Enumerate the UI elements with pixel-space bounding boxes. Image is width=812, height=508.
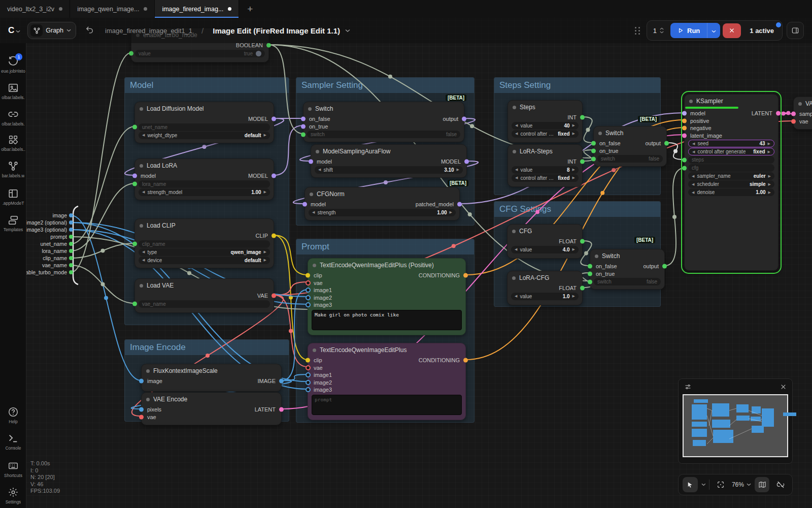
widget-device[interactable]: ◀devicedefault▶ <box>139 257 270 264</box>
collapse-dot[interactable] <box>310 193 313 196</box>
increment-arrow[interactable]: ▶ <box>450 210 452 214</box>
node-model-sampling-auraflow[interactable]: ModelSamplingAuraFlowmodelMODEL◀shift3.1… <box>311 144 467 178</box>
collapse-dot[interactable] <box>313 264 316 267</box>
input-port[interactable] <box>588 264 592 269</box>
input-port[interactable] <box>682 133 687 138</box>
output-port[interactable] <box>580 239 585 244</box>
widget-denoise[interactable]: ◀denoise1.00▶ <box>688 188 774 196</box>
run-options-button[interactable] <box>707 23 720 38</box>
tab-status-dot[interactable] <box>59 7 62 11</box>
undo-button[interactable] <box>85 25 94 36</box>
active-jobs-button[interactable]: 1 active <box>743 27 780 35</box>
widget-shift[interactable]: ◀shift3.10▶ <box>315 166 463 174</box>
input-port[interactable] <box>129 51 133 56</box>
widget-value[interactable]: ◀value1.0▶ <box>511 293 579 300</box>
workflow-title[interactable]: Image Edit (FireRed Image Edit 1.1) <box>213 26 340 35</box>
input-port[interactable] <box>682 118 687 123</box>
widget-control-after-g[interactable]: ◀control after g ...fixed▶ <box>512 130 579 138</box>
widget-value[interactable]: ◀value4.0▶ <box>511 246 579 253</box>
input-port[interactable] <box>301 117 306 121</box>
tab-status-dot[interactable] <box>228 7 231 11</box>
widget-value[interactable]: ◀value40▶ <box>512 122 579 130</box>
collapse-dot[interactable] <box>313 348 316 352</box>
sidebar-item-shortcuts[interactable]: Shortcuts <box>0 460 26 478</box>
decrement-arrow[interactable]: ◀ <box>515 168 518 172</box>
input-port[interactable] <box>306 288 311 293</box>
output-port[interactable] <box>580 286 585 291</box>
node-header[interactable]: Switch <box>594 126 666 140</box>
output-port[interactable] <box>463 358 468 363</box>
input-port[interactable] <box>301 124 306 129</box>
sidebar-item-appmodet[interactable]: .appModeT <box>0 188 26 206</box>
input-port[interactable] <box>306 387 311 392</box>
node-header[interactable]: CFG <box>507 225 582 238</box>
node-header[interactable]: CFGNorm <box>305 187 459 201</box>
input-port[interactable] <box>302 202 307 207</box>
node-switch-steps[interactable]: Switchon_falseoutputon_trueswitchfalse <box>593 126 667 167</box>
output-port[interactable] <box>662 264 667 269</box>
input-port[interactable] <box>682 166 687 170</box>
decrement-arrow[interactable]: ◀ <box>515 294 517 298</box>
tab-image-qwen-image[interactable]: image_qwen_image... <box>70 0 155 18</box>
increment-arrow[interactable]: ▶ <box>264 190 266 194</box>
port-dot[interactable] <box>69 263 73 267</box>
port-dot[interactable] <box>69 235 73 239</box>
collapse-dot[interactable] <box>512 276 516 280</box>
input-port[interactable] <box>139 407 144 412</box>
decrement-arrow[interactable]: ◀ <box>692 150 695 154</box>
increment-arrow[interactable]: ▶ <box>572 176 575 180</box>
toggle-knob[interactable] <box>256 51 261 56</box>
collapse-dot[interactable] <box>146 369 150 373</box>
input-port[interactable] <box>132 302 137 306</box>
input-port[interactable] <box>306 295 311 300</box>
node-header[interactable]: LoRA-CFG <box>507 271 582 284</box>
collapse-dot[interactable] <box>140 164 143 168</box>
widget-type[interactable]: ◀typeqwen_image▶ <box>139 248 270 256</box>
increment-arrow[interactable]: ▶ <box>768 142 770 146</box>
output-port[interactable] <box>580 115 585 120</box>
tool-options-chevron[interactable] <box>701 483 706 486</box>
stepper-down-icon[interactable] <box>660 31 664 34</box>
widget-value[interactable]: ◀value8▶ <box>512 166 579 174</box>
decrement-arrow[interactable]: ◀ <box>515 176 518 180</box>
minimap-settings-icon[interactable] <box>684 383 692 391</box>
widget-strength[interactable]: ◀strength1.00▶ <box>309 209 456 216</box>
output-port[interactable] <box>463 273 468 278</box>
node-vae-decode[interactable]: VAE Decodesamplesvae <box>793 97 812 130</box>
output-port[interactable] <box>266 43 271 48</box>
node-header[interactable]: FluxKontextImageScale <box>142 364 281 377</box>
increment-arrow[interactable]: ▶ <box>264 250 266 254</box>
input-port[interactable] <box>132 242 137 246</box>
input-port[interactable] <box>682 157 687 162</box>
sidebar-item-bar-labels-w[interactable]: bar.labels.w <box>0 161 26 178</box>
node-flux-kontext-image-scale[interactable]: FluxKontextImageScaleimageIMAGE <box>141 364 282 392</box>
stop-button[interactable] <box>723 23 741 38</box>
port-dot[interactable] <box>69 270 73 274</box>
port-dot[interactable] <box>69 213 73 217</box>
run-button[interactable]: Run <box>670 23 720 38</box>
output-port[interactable] <box>464 160 469 164</box>
input-port[interactable] <box>139 415 144 419</box>
widget-control-after-g[interactable]: ◀control after g ...fixed▶ <box>512 174 579 182</box>
output-port[interactable] <box>272 117 276 121</box>
node-cfg[interactable]: CFGFLOAT◀value4.0▶ <box>507 224 583 259</box>
decrement-arrow[interactable]: ◀ <box>142 133 145 137</box>
collapse-dot[interactable] <box>140 284 143 288</box>
increment-arrow[interactable]: ▶ <box>572 294 575 298</box>
decrement-arrow[interactable]: ◀ <box>142 190 145 194</box>
port-dot[interactable] <box>69 220 73 225</box>
breadcrumb-parent[interactable]: image_firered_image_edit1_1 <box>105 27 192 35</box>
node-header[interactable]: KSampler <box>685 94 778 108</box>
node-header[interactable]: Steps <box>508 101 582 114</box>
collapse-dot[interactable] <box>512 230 516 233</box>
fit-view-button[interactable] <box>713 477 728 492</box>
input-port[interactable] <box>139 379 144 384</box>
decrement-arrow[interactable]: ◀ <box>692 190 694 195</box>
node-header[interactable]: Load CLIP <box>135 219 274 232</box>
tab-status-dot[interactable] <box>144 7 147 11</box>
collapse-dot[interactable] <box>316 150 319 153</box>
input-widget-lora-name[interactable]: lora_name <box>139 180 270 188</box>
output-port[interactable] <box>272 294 276 298</box>
increment-arrow[interactable]: ▶ <box>572 132 575 136</box>
node-header[interactable]: TextEncodeQwenImageEditPlus <box>308 343 465 357</box>
